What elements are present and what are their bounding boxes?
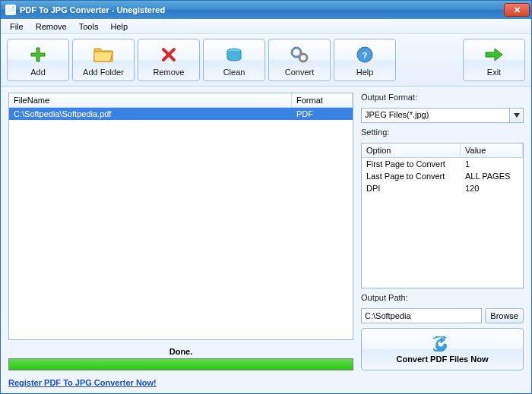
close-icon: ✕ <box>514 5 521 15</box>
table-row[interactable]: First Page to Convert 1 <box>362 158 523 170</box>
status-area: Done. <box>8 345 353 370</box>
settings-table[interactable]: Option Value First Page to Convert 1 Las… <box>361 143 524 288</box>
output-format-value: JPEG Files(*.jpg) <box>362 109 509 122</box>
titlebar[interactable]: 📄 PDF To JPG Converter - Unegistered ✕ <box>1 1 531 19</box>
main-window: 📄 PDF To JPG Converter - Unegistered ✕ F… <box>0 0 532 394</box>
cell-value: 120 <box>461 182 523 194</box>
filelist-header: FileName Format <box>9 93 353 108</box>
output-format-label: Output Format: <box>361 93 524 102</box>
svg-point-2 <box>299 54 307 61</box>
convert-now-button[interactable]: Convert PDF Files Now <box>361 328 524 370</box>
folder-icon <box>92 44 115 65</box>
arrow-right-icon <box>483 44 505 65</box>
setting-label: Setting: <box>361 128 524 137</box>
menu-help[interactable]: Help <box>104 20 134 33</box>
cell-format: PDF <box>292 108 353 120</box>
convert-button[interactable]: Convert <box>268 39 331 81</box>
content: FileName Format C:\Softpedia\Softpedia.p… <box>1 87 531 374</box>
browse-button[interactable]: Browse <box>485 308 524 323</box>
output-format-select[interactable]: JPEG Files(*.jpg) <box>361 108 524 123</box>
exit-button[interactable]: Exit <box>463 39 525 81</box>
cell-filename: C:\Softpedia\Softpedia.pdf <box>9 108 292 120</box>
window-title: PDF To JPG Converter - Unegistered <box>20 5 504 14</box>
col-filename[interactable]: FileName <box>9 93 292 108</box>
svg-text:?: ? <box>363 51 368 60</box>
table-row[interactable]: Last Page to Convert ALL PAGES <box>362 170 523 182</box>
close-button[interactable]: ✕ <box>504 3 530 17</box>
cell-value: 1 <box>461 158 523 170</box>
filelist-body[interactable]: C:\Softpedia\Softpedia.pdf PDF <box>9 108 353 339</box>
plus-icon <box>27 44 49 65</box>
col-option[interactable]: Option <box>362 143 461 158</box>
add-folder-button[interactable]: Add Folder <box>72 39 135 81</box>
table-row[interactable]: DPI 120 <box>362 182 523 194</box>
convert-icon <box>432 336 452 352</box>
output-path-label: Output Path: <box>361 293 524 302</box>
output-path-row: Browse <box>361 308 524 323</box>
settings-header: Option Value <box>362 143 523 158</box>
col-format[interactable]: Format <box>292 93 353 108</box>
help-icon: ? <box>353 44 376 65</box>
help-button[interactable]: ? Help <box>334 39 396 81</box>
menu-file[interactable]: File <box>4 20 30 33</box>
list-item[interactable]: C:\Softpedia\Softpedia.pdf PDF <box>9 108 353 120</box>
app-icon: 📄 <box>5 5 16 15</box>
menu-remove[interactable]: Remove <box>30 20 73 33</box>
output-path-input[interactable] <box>361 308 482 323</box>
cell-option: First Page to Convert <box>362 158 461 170</box>
cell-option: Last Page to Convert <box>362 170 461 182</box>
remove-button[interactable]: Remove <box>138 39 200 81</box>
chevron-down-icon[interactable] <box>509 109 523 122</box>
register-link[interactable]: Register PDF To JPG Converter Now! <box>8 378 157 387</box>
toolbar: Add Add Folder Remove Clean Convert ? He… <box>1 34 531 87</box>
progressbar <box>8 358 353 370</box>
gear-icon <box>288 44 311 65</box>
footer: Register PDF To JPG Converter Now! <box>1 374 531 393</box>
filelist[interactable]: FileName Format C:\Softpedia\Softpedia.p… <box>8 93 353 340</box>
cell-value: ALL PAGES <box>461 170 523 182</box>
status-text: Done. <box>8 345 353 358</box>
menubar: File Remove Tools Help <box>1 19 531 34</box>
cell-option: DPI <box>362 182 461 194</box>
add-button[interactable]: Add <box>7 39 69 81</box>
left-panel: FileName Format C:\Softpedia\Softpedia.p… <box>8 93 353 370</box>
convert-now-label: Convert PDF Files Now <box>396 355 488 364</box>
clean-icon <box>223 44 245 65</box>
col-value[interactable]: Value <box>461 143 523 158</box>
progress-fill <box>9 359 353 370</box>
clean-button[interactable]: Clean <box>203 39 265 81</box>
x-icon <box>157 44 180 65</box>
right-panel: Output Format: JPEG Files(*.jpg) Setting… <box>361 93 524 370</box>
menu-tools[interactable]: Tools <box>73 20 105 33</box>
